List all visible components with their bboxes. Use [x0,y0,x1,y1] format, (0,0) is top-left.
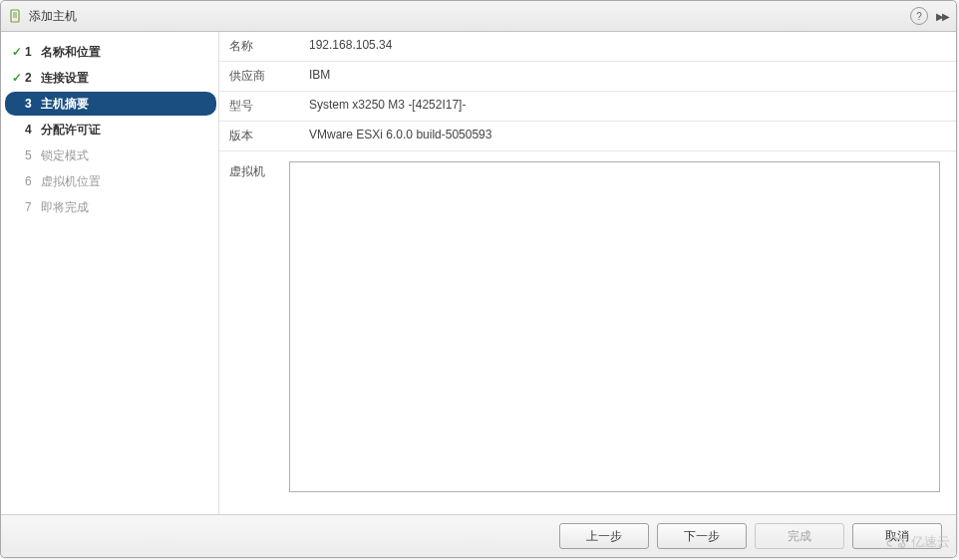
finish-button: 完成 [755,523,844,549]
summary-key: 名称 [219,32,299,62]
host-summary-table: 名称 192.168.105.34 供应商 IBM 型号 System x325… [219,32,956,151]
step-vm-location: ✓ 6 虚拟机位置 [5,169,216,193]
step-number: 3 [25,97,39,111]
add-host-dialog: 添加主机 ? ▶▶ ✓ 1 名称和位置 ✓ 2 连接设置 ✓ 3 主机摘要 ✓ … [0,0,957,558]
next-button[interactable]: 下一步 [657,523,747,549]
step-label: 主机摘要 [39,96,89,113]
vm-list-box [289,161,940,492]
step-number: 2 [25,71,39,85]
cancel-button[interactable]: 取消 [852,523,942,549]
summary-key: 版本 [219,122,299,151]
summary-value: System x3250 M3 -[4252I17]- [299,92,956,122]
dialog-footer: 上一步 下一步 完成 取消 [1,514,956,557]
step-connection-settings[interactable]: ✓ 2 连接设置 [5,66,216,90]
vm-list-wrap [289,161,946,514]
step-label: 名称和位置 [39,44,101,61]
step-number: 5 [25,148,39,162]
step-label: 即将完成 [39,199,89,216]
summary-row-version: 版本 VMware ESXi 6.0.0 build-5050593 [219,122,956,151]
step-number: 4 [25,123,39,137]
summary-key: 型号 [219,92,299,122]
summary-key: 供应商 [219,62,299,92]
step-ready-to-complete: ✓ 7 即将完成 [5,195,216,219]
svg-rect-0 [11,10,19,22]
summary-row-model: 型号 System x3250 M3 -[4252I17]- [219,92,956,122]
summary-value: IBM [299,62,956,92]
summary-value: 192.168.105.34 [299,32,956,62]
summary-value: VMware ESXi 6.0.0 build-5050593 [299,122,956,151]
dialog-body: ✓ 1 名称和位置 ✓ 2 连接设置 ✓ 3 主机摘要 ✓ 4 分配许可证 ✓ [1,32,956,514]
step-lockdown-mode: ✓ 5 锁定模式 [5,143,216,167]
step-host-summary[interactable]: ✓ 3 主机摘要 [5,92,216,116]
check-icon: ✓ [9,71,25,85]
step-label: 虚拟机位置 [39,173,101,190]
dialog-title: 添加主机 [29,8,910,25]
step-label: 连接设置 [39,70,89,87]
host-icon [9,9,23,23]
step-label: 锁定模式 [39,147,89,164]
wizard-content: 名称 192.168.105.34 供应商 IBM 型号 System x325… [218,32,956,514]
summary-row-vendor: 供应商 IBM [219,62,956,92]
summary-row-name: 名称 192.168.105.34 [219,32,956,62]
titlebar: 添加主机 ? ▶▶ [1,1,956,32]
vm-section: 虚拟机 [219,151,956,514]
check-icon: ✓ [9,45,25,59]
step-number: 6 [25,174,39,188]
step-number: 7 [25,200,39,214]
step-label: 分配许可证 [39,122,101,139]
vm-label: 虚拟机 [229,161,289,514]
step-assign-license: ✓ 4 分配许可证 [5,118,216,141]
step-number: 1 [25,45,39,59]
back-button[interactable]: 上一步 [559,523,649,549]
step-name-location[interactable]: ✓ 1 名称和位置 [5,40,216,64]
help-icon[interactable]: ? [910,7,928,25]
wizard-sidebar: ✓ 1 名称和位置 ✓ 2 连接设置 ✓ 3 主机摘要 ✓ 4 分配许可证 ✓ [1,32,218,514]
expand-icon[interactable]: ▶▶ [936,11,948,22]
